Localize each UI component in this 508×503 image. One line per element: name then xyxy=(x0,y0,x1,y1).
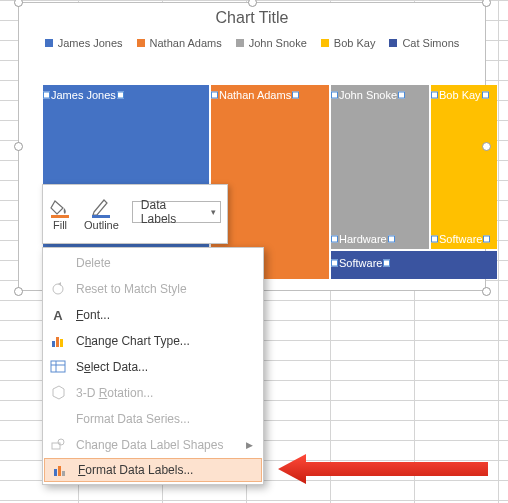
svg-rect-6 xyxy=(51,361,65,372)
legend-label: James Jones xyxy=(58,37,123,49)
data-label[interactable]: Software xyxy=(435,233,486,245)
data-labels-dropdown[interactable]: Data Labels ▾ xyxy=(132,201,221,223)
menu-font[interactable]: A Font... xyxy=(43,302,263,328)
legend-item[interactable]: Cat Simons xyxy=(389,37,459,49)
fill-button[interactable]: Fill xyxy=(43,185,77,243)
menu-change-chart-type[interactable]: Change Chart Type... xyxy=(43,328,263,354)
legend-label: Cat Simons xyxy=(402,37,459,49)
legend-item[interactable]: James Jones xyxy=(45,37,123,49)
svg-rect-4 xyxy=(56,337,59,347)
selection-handle[interactable] xyxy=(482,142,491,151)
svg-rect-11 xyxy=(54,469,57,476)
data-label[interactable]: Hardware xyxy=(335,233,391,245)
data-label[interactable]: Bob Kay xyxy=(435,89,485,101)
submenu-arrow-icon: ▶ xyxy=(246,440,253,450)
menu-format-series: Format Data Series... xyxy=(43,406,263,432)
chart-legend[interactable]: James Jones Nathan Adams John Snoke Bob … xyxy=(19,27,485,55)
annotation-arrow-icon xyxy=(278,452,488,486)
fill-bucket-icon xyxy=(50,197,70,219)
menu-delete: Delete xyxy=(43,250,263,276)
data-label[interactable]: James Jones xyxy=(47,89,120,101)
legend-label: Bob Kay xyxy=(334,37,376,49)
treemap-block-john-snoke[interactable]: John Snoke Hardware xyxy=(331,85,429,249)
svg-rect-0 xyxy=(51,215,69,218)
treemap-block-bob-kay[interactable]: Bob Kay Software xyxy=(431,85,497,249)
svg-rect-12 xyxy=(58,466,61,476)
selection-handle[interactable] xyxy=(14,287,23,296)
outline-label: Outline xyxy=(84,219,119,231)
font-icon: A xyxy=(49,306,67,324)
menu-reset-style: Reset to Match Style xyxy=(43,276,263,302)
outline-button[interactable]: Outline xyxy=(77,185,126,243)
legend-label: John Snoke xyxy=(249,37,307,49)
menu-select-data[interactable]: Select Data... xyxy=(43,354,263,380)
shapes-icon xyxy=(49,436,67,454)
format-labels-icon xyxy=(51,461,69,479)
data-label[interactable]: John Snoke xyxy=(335,89,401,101)
context-menu: Delete Reset to Match Style A Font... Ch… xyxy=(42,247,264,485)
svg-point-2 xyxy=(53,284,63,294)
svg-rect-5 xyxy=(60,339,63,347)
legend-item[interactable]: John Snoke xyxy=(236,37,307,49)
menu-3d-rotation: 3-D Rotation... xyxy=(43,380,263,406)
legend-item[interactable]: Bob Kay xyxy=(321,37,376,49)
legend-label: Nathan Adams xyxy=(150,37,222,49)
pen-outline-icon xyxy=(91,197,111,219)
selection-handle[interactable] xyxy=(482,287,491,296)
svg-rect-1 xyxy=(92,215,110,218)
fill-label: Fill xyxy=(53,219,67,231)
blank-icon xyxy=(49,254,67,272)
reset-style-icon xyxy=(49,280,67,298)
caret-down-icon: ▾ xyxy=(211,207,216,217)
menu-change-label-shapes: Change Data Label Shapes ▶ xyxy=(43,432,263,458)
menu-format-data-labels[interactable]: Format Data Labels... xyxy=(44,458,262,482)
select-data-icon xyxy=(49,358,67,376)
data-label[interactable]: Software xyxy=(335,257,386,269)
selection-handle[interactable] xyxy=(14,142,23,151)
blank-icon xyxy=(49,410,67,428)
rotate-3d-icon xyxy=(49,384,67,402)
svg-point-10 xyxy=(58,439,64,445)
data-label[interactable]: Nathan Adams xyxy=(215,89,295,101)
chart-type-icon xyxy=(49,332,67,350)
svg-marker-14 xyxy=(278,454,488,484)
dropdown-label: Data Labels xyxy=(141,198,193,226)
svg-rect-13 xyxy=(62,471,65,476)
legend-item[interactable]: Nathan Adams xyxy=(137,37,222,49)
treemap-block-cat-simons[interactable]: Software xyxy=(331,251,497,279)
mini-toolbar: Fill Outline Data Labels ▾ xyxy=(42,184,228,244)
svg-rect-3 xyxy=(52,341,55,347)
